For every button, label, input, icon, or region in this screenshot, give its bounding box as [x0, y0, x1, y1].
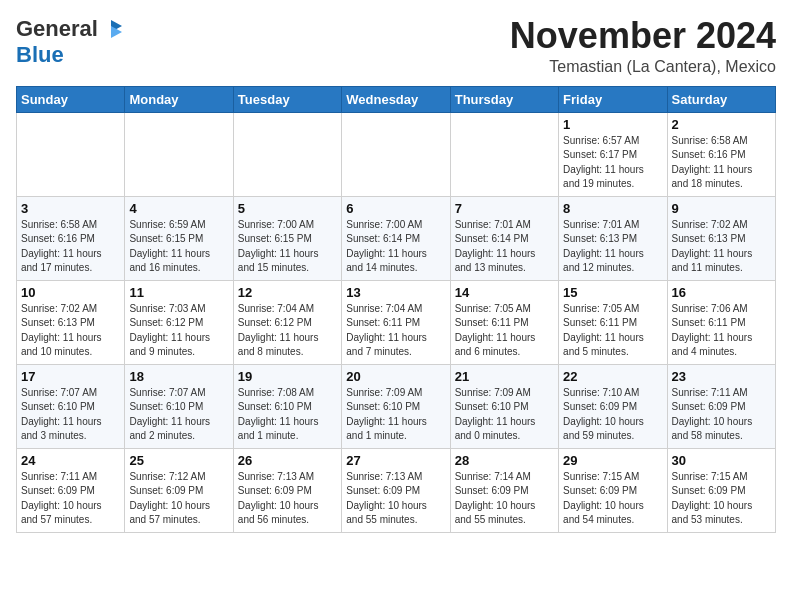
calendar-week-row: 24Sunrise: 7:11 AM Sunset: 6:09 PM Dayli… [17, 448, 776, 532]
day-number: 6 [346, 201, 445, 216]
day-number: 2 [672, 117, 771, 132]
calendar-cell [450, 112, 558, 196]
day-number: 20 [346, 369, 445, 384]
calendar-cell: 3Sunrise: 6:58 AM Sunset: 6:16 PM Daylig… [17, 196, 125, 280]
day-info: Sunrise: 7:05 AM Sunset: 6:11 PM Dayligh… [563, 302, 662, 360]
day-number: 1 [563, 117, 662, 132]
day-number: 27 [346, 453, 445, 468]
calendar-cell: 12Sunrise: 7:04 AM Sunset: 6:12 PM Dayli… [233, 280, 341, 364]
day-info: Sunrise: 6:58 AM Sunset: 6:16 PM Dayligh… [21, 218, 120, 276]
day-info: Sunrise: 7:10 AM Sunset: 6:09 PM Dayligh… [563, 386, 662, 444]
day-number: 10 [21, 285, 120, 300]
calendar-header-saturday: Saturday [667, 86, 775, 112]
calendar-cell: 11Sunrise: 7:03 AM Sunset: 6:12 PM Dayli… [125, 280, 233, 364]
day-number: 17 [21, 369, 120, 384]
day-number: 5 [238, 201, 337, 216]
day-number: 9 [672, 201, 771, 216]
calendar-cell: 4Sunrise: 6:59 AM Sunset: 6:15 PM Daylig… [125, 196, 233, 280]
day-number: 14 [455, 285, 554, 300]
day-info: Sunrise: 7:00 AM Sunset: 6:14 PM Dayligh… [346, 218, 445, 276]
day-number: 28 [455, 453, 554, 468]
subtitle: Temastian (La Cantera), Mexico [510, 58, 776, 76]
day-info: Sunrise: 7:13 AM Sunset: 6:09 PM Dayligh… [238, 470, 337, 528]
calendar-cell: 8Sunrise: 7:01 AM Sunset: 6:13 PM Daylig… [559, 196, 667, 280]
day-info: Sunrise: 7:11 AM Sunset: 6:09 PM Dayligh… [672, 386, 771, 444]
calendar-cell: 17Sunrise: 7:07 AM Sunset: 6:10 PM Dayli… [17, 364, 125, 448]
day-number: 30 [672, 453, 771, 468]
logo-flag-icon [100, 18, 122, 40]
day-number: 7 [455, 201, 554, 216]
day-info: Sunrise: 7:02 AM Sunset: 6:13 PM Dayligh… [672, 218, 771, 276]
day-number: 4 [129, 201, 228, 216]
calendar-week-row: 3Sunrise: 6:58 AM Sunset: 6:16 PM Daylig… [17, 196, 776, 280]
day-number: 25 [129, 453, 228, 468]
calendar-header-row: SundayMondayTuesdayWednesdayThursdayFrid… [17, 86, 776, 112]
calendar-cell: 29Sunrise: 7:15 AM Sunset: 6:09 PM Dayli… [559, 448, 667, 532]
calendar-cell [233, 112, 341, 196]
day-number: 23 [672, 369, 771, 384]
day-info: Sunrise: 7:06 AM Sunset: 6:11 PM Dayligh… [672, 302, 771, 360]
calendar-cell: 22Sunrise: 7:10 AM Sunset: 6:09 PM Dayli… [559, 364, 667, 448]
day-number: 16 [672, 285, 771, 300]
day-number: 12 [238, 285, 337, 300]
day-info: Sunrise: 6:57 AM Sunset: 6:17 PM Dayligh… [563, 134, 662, 192]
calendar-cell [342, 112, 450, 196]
page: General Blue November 2024 Temastian (La… [0, 0, 792, 543]
day-info: Sunrise: 7:02 AM Sunset: 6:13 PM Dayligh… [21, 302, 120, 360]
day-number: 29 [563, 453, 662, 468]
logo-general-text: General [16, 16, 98, 42]
calendar-cell: 1Sunrise: 6:57 AM Sunset: 6:17 PM Daylig… [559, 112, 667, 196]
day-number: 15 [563, 285, 662, 300]
calendar-week-row: 1Sunrise: 6:57 AM Sunset: 6:17 PM Daylig… [17, 112, 776, 196]
calendar-cell: 18Sunrise: 7:07 AM Sunset: 6:10 PM Dayli… [125, 364, 233, 448]
day-info: Sunrise: 7:13 AM Sunset: 6:09 PM Dayligh… [346, 470, 445, 528]
calendar-cell: 10Sunrise: 7:02 AM Sunset: 6:13 PM Dayli… [17, 280, 125, 364]
calendar-header-monday: Monday [125, 86, 233, 112]
calendar-cell [125, 112, 233, 196]
day-number: 22 [563, 369, 662, 384]
calendar-cell [17, 112, 125, 196]
calendar-cell: 26Sunrise: 7:13 AM Sunset: 6:09 PM Dayli… [233, 448, 341, 532]
day-info: Sunrise: 7:12 AM Sunset: 6:09 PM Dayligh… [129, 470, 228, 528]
day-info: Sunrise: 6:59 AM Sunset: 6:15 PM Dayligh… [129, 218, 228, 276]
calendar-cell: 7Sunrise: 7:01 AM Sunset: 6:14 PM Daylig… [450, 196, 558, 280]
day-info: Sunrise: 7:05 AM Sunset: 6:11 PM Dayligh… [455, 302, 554, 360]
logo-blue-text: Blue [16, 42, 64, 67]
day-number: 21 [455, 369, 554, 384]
calendar-header-wednesday: Wednesday [342, 86, 450, 112]
calendar-cell: 15Sunrise: 7:05 AM Sunset: 6:11 PM Dayli… [559, 280, 667, 364]
calendar-cell: 21Sunrise: 7:09 AM Sunset: 6:10 PM Dayli… [450, 364, 558, 448]
calendar-cell: 30Sunrise: 7:15 AM Sunset: 6:09 PM Dayli… [667, 448, 775, 532]
calendar-header-sunday: Sunday [17, 86, 125, 112]
day-info: Sunrise: 7:03 AM Sunset: 6:12 PM Dayligh… [129, 302, 228, 360]
calendar-cell: 25Sunrise: 7:12 AM Sunset: 6:09 PM Dayli… [125, 448, 233, 532]
day-info: Sunrise: 7:07 AM Sunset: 6:10 PM Dayligh… [21, 386, 120, 444]
calendar-cell: 28Sunrise: 7:14 AM Sunset: 6:09 PM Dayli… [450, 448, 558, 532]
calendar-header-thursday: Thursday [450, 86, 558, 112]
calendar-week-row: 10Sunrise: 7:02 AM Sunset: 6:13 PM Dayli… [17, 280, 776, 364]
day-number: 24 [21, 453, 120, 468]
calendar-cell: 6Sunrise: 7:00 AM Sunset: 6:14 PM Daylig… [342, 196, 450, 280]
day-number: 13 [346, 285, 445, 300]
calendar-cell: 20Sunrise: 7:09 AM Sunset: 6:10 PM Dayli… [342, 364, 450, 448]
day-info: Sunrise: 7:09 AM Sunset: 6:10 PM Dayligh… [455, 386, 554, 444]
calendar-header-tuesday: Tuesday [233, 86, 341, 112]
day-info: Sunrise: 6:58 AM Sunset: 6:16 PM Dayligh… [672, 134, 771, 192]
day-info: Sunrise: 7:09 AM Sunset: 6:10 PM Dayligh… [346, 386, 445, 444]
day-number: 26 [238, 453, 337, 468]
day-info: Sunrise: 7:15 AM Sunset: 6:09 PM Dayligh… [563, 470, 662, 528]
header: General Blue November 2024 Temastian (La… [16, 16, 776, 76]
calendar-header-friday: Friday [559, 86, 667, 112]
calendar-cell: 24Sunrise: 7:11 AM Sunset: 6:09 PM Dayli… [17, 448, 125, 532]
calendar-cell: 13Sunrise: 7:04 AM Sunset: 6:11 PM Dayli… [342, 280, 450, 364]
day-info: Sunrise: 7:01 AM Sunset: 6:13 PM Dayligh… [563, 218, 662, 276]
calendar: SundayMondayTuesdayWednesdayThursdayFrid… [16, 86, 776, 533]
day-info: Sunrise: 7:11 AM Sunset: 6:09 PM Dayligh… [21, 470, 120, 528]
day-info: Sunrise: 7:15 AM Sunset: 6:09 PM Dayligh… [672, 470, 771, 528]
calendar-cell: 16Sunrise: 7:06 AM Sunset: 6:11 PM Dayli… [667, 280, 775, 364]
day-info: Sunrise: 7:14 AM Sunset: 6:09 PM Dayligh… [455, 470, 554, 528]
calendar-cell: 23Sunrise: 7:11 AM Sunset: 6:09 PM Dayli… [667, 364, 775, 448]
day-info: Sunrise: 7:04 AM Sunset: 6:11 PM Dayligh… [346, 302, 445, 360]
title-section: November 2024 Temastian (La Cantera), Me… [510, 16, 776, 76]
calendar-cell: 2Sunrise: 6:58 AM Sunset: 6:16 PM Daylig… [667, 112, 775, 196]
